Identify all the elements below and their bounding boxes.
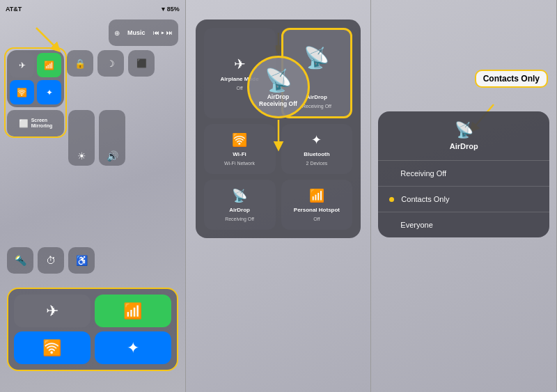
music-tile[interactable]: ⊕ Music ⏮ ▶ ⏭ xyxy=(109,19,178,46)
volume-slider[interactable]: 🔊 xyxy=(99,110,125,166)
airdrop-bottom-icon: 📡 xyxy=(232,188,247,203)
timer-btn[interactable]: ⏱ xyxy=(38,247,64,274)
signal-btn-zoom[interactable]: 📶 xyxy=(95,295,171,327)
bottom-tiles: 🔦 ⏱ ♿ xyxy=(7,247,95,274)
contacts-only-label-bubble: Contacts Only xyxy=(475,70,548,88)
right-tiles-row: 🔒 ☽ ⬛ xyxy=(67,50,155,77)
hotspot-item[interactable]: 📶 Personal Hotspot Off xyxy=(281,180,353,230)
connectivity-cluster: ✈ 📶 🛜 ✦ xyxy=(7,50,64,107)
airplane-btn-small[interactable]: ✈ xyxy=(10,53,34,77)
lock-icon: 🔒 xyxy=(74,58,86,69)
bt-icon-small: ✦ xyxy=(46,88,53,97)
brightness-icon: ☀ xyxy=(77,150,86,162)
panel-control-center: AT&T ▾ 85% ⊕ Music ⏮ ▶ ⏭ ✈ 📶 🛜 ✦ 🔒 ☽ xyxy=(0,0,186,392)
airdrop-center-label: AirDropReceiving Off xyxy=(259,93,297,107)
hotspot-label: Personal Hotspot xyxy=(294,207,340,213)
moon-btn[interactable]: ☽ xyxy=(97,50,124,77)
airdrop-menu-title: AirDrop xyxy=(450,142,478,150)
screen-mirroring-icon: ⬜ xyxy=(19,119,29,128)
airdrop-bottom-label: AirDrop xyxy=(229,207,250,213)
hotspot-sub: Off xyxy=(313,217,320,221)
contacts-only-option[interactable]: Contacts Only xyxy=(378,187,549,212)
airplane-mode-sub: Off xyxy=(236,86,242,91)
signal-btn-small[interactable]: 📶 xyxy=(37,53,61,77)
bluetooth-sub: 2 Devices xyxy=(306,161,328,166)
battery-label: 85% xyxy=(167,6,180,13)
volume-icon: 🔊 xyxy=(107,150,118,162)
airdrop-center-icon: 📡 xyxy=(265,67,292,93)
contacts-only-text: Contacts Only xyxy=(483,74,540,84)
airplane-mode-icon: ✈ xyxy=(234,56,246,72)
airdrop-top-sub: Receiving Off xyxy=(302,104,331,109)
bottom-grid: 📡 AirDrop Receiving Off 📶 Personal Hotsp… xyxy=(204,180,353,230)
airdrop-menu-icon: 📡 xyxy=(455,121,473,139)
yellow-arrow xyxy=(29,24,71,54)
airdrop-top-icon: 📡 xyxy=(304,45,329,70)
airplane-btn-zoom[interactable]: ✈ xyxy=(14,295,91,327)
bt-btn-small[interactable]: ✦ xyxy=(37,80,61,104)
torch-btn[interactable]: 🔦 xyxy=(7,247,33,274)
carrier-label: AT&T xyxy=(6,6,22,13)
everyone-option[interactable]: Everyone xyxy=(378,212,549,237)
wifi-tile-label: Wi-Fi xyxy=(233,151,246,157)
wifi-btn-small[interactable]: 🛜 xyxy=(10,80,34,104)
everyone-label: Everyone xyxy=(400,221,432,229)
contacts-only-option-label: Contacts Only xyxy=(401,195,449,203)
airplane-icon-small: ✈ xyxy=(19,61,26,70)
music-label: Music xyxy=(127,29,146,36)
panel-airdrop-submenu: 📡 AirDropReceiving Off ✈ Airplane Mode O… xyxy=(186,0,372,392)
wifi-tile-sub: Wi-Fi Network xyxy=(224,161,255,166)
svg-line-0 xyxy=(36,28,57,49)
contacts-only-dot xyxy=(389,197,394,202)
timer-icon: ⏱ xyxy=(46,255,56,266)
airplane-icon-zoom: ✈ xyxy=(46,302,58,320)
bt-icon-zoom: ✦ xyxy=(127,339,139,357)
status-bar: AT&T ▾ 85% xyxy=(6,4,180,14)
airdrop-bottom-item[interactable]: 📡 AirDrop Receiving Off xyxy=(204,180,276,230)
bluetooth-label: Bluetooth xyxy=(304,151,329,157)
music-controls: ⏮ ▶ ⏭ xyxy=(153,29,173,36)
flashlight-btn[interactable]: ⬛ xyxy=(128,50,155,77)
wifi-tile-icon: 🛜 xyxy=(232,132,247,148)
yellow-arrow-panel2b xyxy=(251,118,306,153)
airplay-icon: ⊕ xyxy=(114,29,120,37)
receiving-off-label: Receiving Off xyxy=(400,169,446,178)
flashlight-icon: ⬛ xyxy=(136,58,147,68)
screen-mirroring-btn[interactable]: ⬜ ScreenMirroring xyxy=(7,110,64,136)
airdrop-options-menu: 📡 AirDrop Receiving Off Contacts Only Ev… xyxy=(378,111,549,237)
airdrop-menu-header: 📡 AirDrop xyxy=(378,111,549,161)
moon-icon: ☽ xyxy=(107,58,115,69)
airdrop-top-label: AirDrop xyxy=(306,94,327,100)
accessibility-btn[interactable]: ♿ xyxy=(68,247,95,274)
mirroring-row: ⬜ ScreenMirroring ☀ 🔊 xyxy=(7,110,186,166)
brightness-slider[interactable]: ☀ xyxy=(68,110,95,166)
accessibility-icon: ♿ xyxy=(76,255,88,266)
signal-icon-small: 📶 xyxy=(44,61,54,70)
receiving-off-option[interactable]: Receiving Off xyxy=(378,161,549,187)
wifi-btn-zoom[interactable]: 🛜 xyxy=(14,331,91,364)
wifi-icon: ▾ xyxy=(162,6,167,13)
zoom-cluster: ✈ 📶 🛜 ✦ xyxy=(7,288,178,371)
wifi-icon-zoom: 🛜 xyxy=(42,339,61,357)
torch-icon: 🔦 xyxy=(15,255,26,266)
bluetooth-icon: ✦ xyxy=(311,132,322,148)
airdrop-bottom-sub: Receiving Off xyxy=(225,217,254,221)
bt-btn-zoom[interactable]: ✦ xyxy=(95,331,171,364)
wifi-icon-small: 🛜 xyxy=(17,88,27,97)
screen-mirroring-label: ScreenMirroring xyxy=(31,118,53,130)
panel-contacts-only: Contacts Only 📡 AirDrop Receiving Off Co… xyxy=(371,0,557,392)
hotspot-icon: 📶 xyxy=(309,188,324,203)
signal-icon-zoom: 📶 xyxy=(123,302,142,320)
wifi-battery: ▾ 85% xyxy=(162,6,180,13)
lock-rotation-btn[interactable]: 🔒 xyxy=(67,50,93,77)
airdrop-center-highlight[interactable]: 📡 AirDropReceiving Off xyxy=(247,56,310,118)
